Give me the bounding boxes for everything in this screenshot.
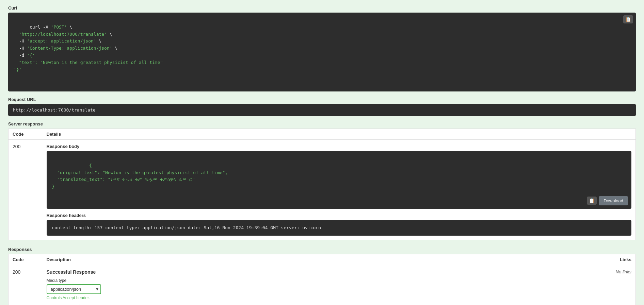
media-type-select-wrapper[interactable]: application/json	[47, 284, 101, 294]
responses-label: Responses	[8, 247, 636, 252]
server-response-section: Server response Code Details 200 Respons…	[8, 121, 636, 240]
resp-description-text: Successful Response	[47, 269, 467, 275]
media-type-label: Media type	[47, 278, 467, 283]
server-response-label: Server response	[8, 121, 636, 126]
col-code-header: Code	[9, 129, 43, 139]
col-details-header: Details	[43, 129, 636, 139]
server-response-row: 200 Response body { "original_text": "Ne…	[9, 139, 636, 240]
request-url-value: http://localhost:7000/translate	[8, 104, 636, 116]
response-headers-label: Response headers	[47, 213, 632, 218]
curl-section: Curl curl -X 'POST' \ 'http://localhost:…	[8, 5, 636, 91]
resp-code-200: 200	[9, 265, 43, 305]
request-url-section: Request URL http://localhost:7000/transl…	[8, 97, 636, 116]
response-body-text: { "original_text": "Newton is the greate…	[52, 163, 228, 189]
controls-text: Controls Accept header.	[47, 295, 467, 300]
response-headers-text: content-length: 157 content-type: applic…	[52, 225, 321, 230]
media-type-select[interactable]: application/json	[47, 284, 101, 294]
download-button[interactable]: Download	[599, 196, 628, 205]
response-headers-block: content-length: 157 content-type: applic…	[47, 220, 632, 236]
schema-tab[interactable]: Schema	[83, 304, 99, 305]
tab-divider: |	[80, 304, 81, 305]
resp-col-code-header: Code	[9, 254, 43, 265]
page-container: Curl curl -X 'POST' \ 'http://localhost:…	[0, 0, 644, 305]
responses-section: Responses Code Description Links 200 Suc…	[8, 247, 636, 305]
resp-description-cell: Successful Response Media type applicati…	[43, 265, 471, 305]
example-value-section: Example Value | Schema	[47, 304, 467, 305]
responses-table: Code Description Links 200 Successful Re…	[8, 254, 636, 305]
curl-label: Curl	[8, 5, 636, 11]
response-code-200: 200	[9, 139, 43, 240]
curl-copy-button[interactable]: 📋	[623, 15, 633, 23]
resp-col-desc-header: Description	[43, 254, 471, 265]
resp-col-links-header: Links	[471, 254, 635, 265]
response-details-cell: Response body { "original_text": "Newton…	[43, 139, 636, 240]
example-value-tab[interactable]: Example Value	[47, 304, 78, 305]
example-schema-tabs: Example Value | Schema	[47, 304, 467, 305]
server-response-table: Code Details 200 Response body { "origin…	[8, 129, 636, 240]
response-body-label: Response body	[47, 144, 632, 149]
no-links-cell: No links	[471, 265, 635, 305]
response-body-block: { "original_text": "Newton is the greate…	[47, 151, 632, 209]
curl-code-block: curl -X 'POST' \ 'http://localhost:7000/…	[8, 13, 636, 91]
response-body-actions: 📋 Download	[587, 196, 628, 205]
response-body-copy-button[interactable]: 📋	[587, 197, 597, 205]
curl-code-text: curl -X 'POST' \ 'http://localhost:7000/…	[14, 24, 163, 72]
responses-row: 200 Successful Response Media type appli…	[9, 265, 636, 305]
request-url-label: Request URL	[8, 97, 636, 102]
